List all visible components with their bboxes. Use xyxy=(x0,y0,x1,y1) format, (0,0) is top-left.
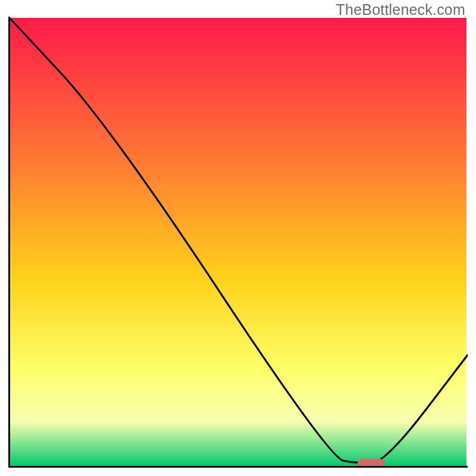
plot-area xyxy=(8,17,468,468)
chart-container: TheBottleneck.com xyxy=(0,0,476,476)
bottleneck-curve xyxy=(8,17,468,463)
curve-svg xyxy=(8,17,468,468)
optimal-marker xyxy=(358,459,385,468)
watermark-text: TheBottleneck.com xyxy=(336,1,465,18)
